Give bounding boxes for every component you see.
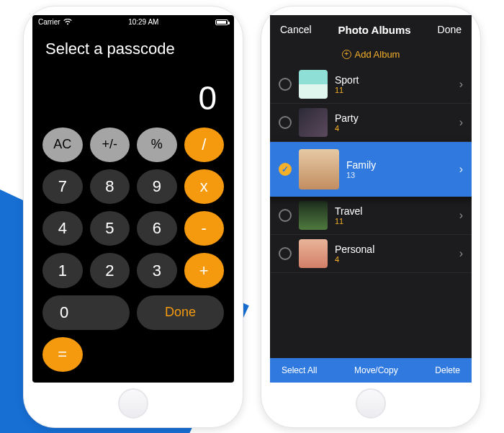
select-radio[interactable]	[279, 78, 292, 91]
display-value: 0	[45, 79, 221, 117]
key-divide[interactable]: /	[184, 128, 225, 162]
album-count: 4	[335, 124, 452, 133]
chevron-right-icon: ›	[459, 209, 463, 222]
select-radio[interactable]	[279, 209, 292, 222]
key-ac[interactable]: AC	[42, 128, 83, 162]
album-info: Sport11	[335, 74, 452, 94]
key-8[interactable]: 8	[90, 169, 130, 204]
select-radio[interactable]: ✓	[279, 163, 292, 176]
key-2[interactable]: 2	[90, 253, 130, 287]
battery-icon	[215, 19, 228, 25]
done-button[interactable]: Done	[438, 24, 462, 35]
album-thumbnail	[299, 201, 328, 230]
key-percent[interactable]: %	[137, 128, 177, 162]
phone-calculator: Carrier 10:29 AM Select a passcode 0	[23, 6, 243, 428]
chevron-right-icon: ›	[459, 247, 463, 260]
key-done[interactable]: Done	[137, 295, 224, 330]
phone-pair: Carrier 10:29 AM Select a passcode 0	[0, 0, 504, 433]
album-name: Sport	[335, 74, 452, 86]
album-count: 13	[346, 171, 452, 179]
key-4[interactable]: 4	[42, 211, 83, 246]
key-6[interactable]: 6	[137, 211, 177, 246]
album-info: Travel11	[335, 205, 452, 226]
album-info: Party4	[335, 112, 452, 133]
album-count: 11	[335, 86, 452, 94]
album-row-party[interactable]: Party4›	[270, 104, 472, 142]
album-name: Personal	[335, 244, 452, 255]
home-button[interactable]	[356, 388, 386, 419]
delete-button[interactable]: Delete	[435, 365, 460, 375]
add-album-button[interactable]: + Add Album	[270, 45, 472, 66]
status-bar: Carrier 10:29 AM	[32, 15, 234, 30]
album-thumbnail	[299, 108, 328, 137]
key-equals[interactable]: =	[42, 337, 83, 372]
album-row-personal[interactable]: Personal4›	[270, 235, 472, 273]
plus-circle-icon: +	[342, 50, 351, 59]
key-7[interactable]: 7	[42, 169, 83, 204]
phone-albums: Cancel Photo Albums Done + Add Album Spo…	[261, 6, 481, 428]
wifi-icon	[63, 19, 72, 25]
cancel-button[interactable]: Cancel	[280, 24, 312, 35]
key-3[interactable]: 3	[137, 253, 177, 287]
album-name: Family	[346, 159, 452, 171]
move-copy-button[interactable]: Move/Copy	[354, 365, 398, 375]
album-thumbnail	[299, 239, 328, 268]
album-name: Travel	[335, 205, 452, 217]
add-album-label: Add Album	[355, 49, 400, 60]
select-radio[interactable]	[279, 116, 292, 129]
album-count: 11	[335, 217, 452, 226]
status-time: 10:29 AM	[128, 18, 158, 26]
key-1[interactable]: 1	[42, 253, 83, 287]
albums-app: Cancel Photo Albums Done + Add Album Spo…	[270, 15, 472, 383]
key-subtract[interactable]: -	[184, 211, 225, 246]
album-thumbnail	[299, 149, 339, 189]
select-radio[interactable]	[279, 247, 292, 260]
album-info: Personal4	[335, 244, 452, 264]
albums-header: Cancel Photo Albums Done	[270, 15, 472, 45]
key-sign[interactable]: +/-	[90, 128, 130, 162]
screen-title: Photo Albums	[338, 24, 411, 36]
chevron-right-icon: ›	[459, 78, 463, 91]
select-all-button[interactable]: Select All	[282, 365, 317, 375]
key-5[interactable]: 5	[90, 211, 130, 246]
key-add[interactable]: +	[184, 253, 225, 287]
album-name: Party	[335, 112, 452, 124]
album-count: 4	[335, 255, 452, 264]
chevron-right-icon: ›	[459, 163, 463, 176]
album-row-travel[interactable]: Travel11›	[270, 197, 472, 235]
album-thumbnail	[299, 70, 328, 99]
calculator-display: Select a passcode 0	[32, 30, 234, 120]
calculator-app: Carrier 10:29 AM Select a passcode 0	[32, 15, 234, 383]
home-button[interactable]	[118, 388, 148, 419]
album-info: Family13	[346, 159, 452, 179]
passcode-prompt: Select a passcode	[45, 40, 221, 58]
status-carrier: Carrier	[38, 18, 60, 26]
albums-list: Sport11›Party4›✓Family13›Travel11›Person…	[270, 66, 472, 358]
key-0[interactable]: 0	[42, 295, 130, 330]
chevron-right-icon: ›	[459, 116, 463, 129]
album-row-sport[interactable]: Sport11›	[270, 66, 472, 104]
album-row-family[interactable]: ✓Family13›	[270, 142, 472, 197]
albums-toolbar: Select All Move/Copy Delete	[270, 358, 472, 383]
key-9[interactable]: 9	[137, 169, 177, 204]
key-multiply[interactable]: x	[184, 169, 225, 204]
calculator-keypad: AC +/- % / 7 8 9 x 4 5 6 - 1 2 3 + 0	[32, 120, 234, 383]
